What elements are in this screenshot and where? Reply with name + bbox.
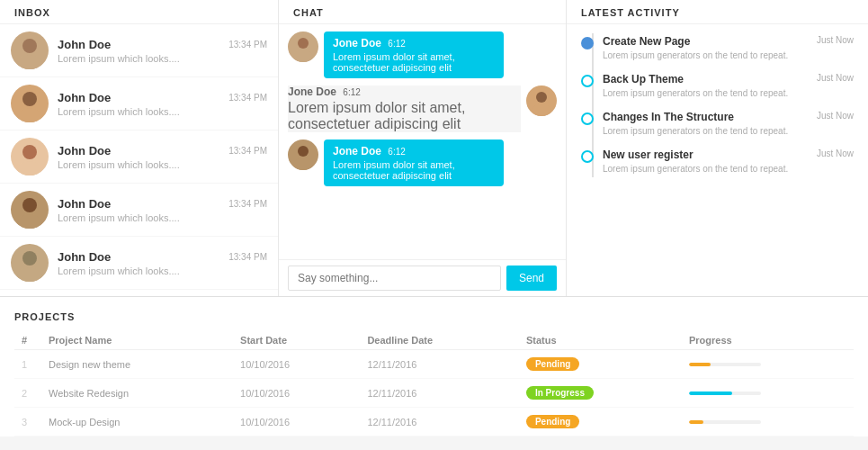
activity-time: Just Now [817, 148, 854, 161]
table-row: 1 Design new theme 10/10/2016 12/11/2016… [14, 350, 854, 379]
svg-point-0 [22, 39, 37, 53]
inbox-time: 13:34 PM [228, 146, 267, 156]
svg-point-2 [22, 92, 37, 106]
table-row: 2 Website Redesign 10/10/2016 12/11/2016… [14, 379, 854, 408]
svg-point-4 [22, 145, 37, 159]
projects-section: PROJECTS # Project Name Start Date Deadl… [0, 297, 868, 436]
status-badge: Pending [526, 415, 579, 428]
chat-input-row: Send [279, 259, 566, 296]
status-badge: In Progress [526, 386, 594, 400]
row-status: Pending [519, 408, 682, 436]
inbox-item[interactable]: John Doe 13:34 PM Lorem ipsum which look… [0, 237, 278, 290]
status-badge: Pending [526, 357, 579, 371]
row-deadline-date: 12/11/2016 [360, 350, 519, 379]
activity-desc: Lorem ipsum generators on the tend to re… [603, 163, 854, 176]
activity-desc: Lorem ipsum generators on the tend to re… [603, 50, 854, 62]
progress-bar-container [689, 392, 761, 395]
chat-bubble: Jone Doe 6:12 Lorem ipsum dolor sit amet… [324, 32, 504, 78]
activity-header: LATEST ACTIVITY [567, 0, 868, 24]
progress-bar [689, 363, 711, 366]
inbox-item[interactable]: John Doe 13:34 PM Lorem ipsum which look… [0, 184, 278, 237]
chat-message-sent: Jone Doe 6:12 Lorem ipsum dolor sit amet… [288, 140, 557, 186]
activity-desc: Lorem ipsum generators on the tend to re… [603, 87, 854, 100]
svg-point-15 [293, 158, 313, 170]
row-num: 2 [14, 379, 41, 408]
inbox-content: John Doe 13:34 PM Lorem ipsum which look… [58, 250, 267, 276]
progress-bar [689, 392, 732, 395]
activity-item: Back Up Theme Just Now Lorem ipsum gener… [581, 68, 854, 105]
inbox-name: John Doe [58, 38, 111, 51]
row-start-date: 10/10/2016 [233, 379, 360, 408]
send-button[interactable]: Send [506, 266, 557, 291]
svg-point-14 [298, 146, 309, 157]
avatar [11, 138, 49, 176]
row-start-date: 10/10/2016 [233, 350, 360, 379]
chat-avatar [288, 140, 318, 170]
chat-sender: Jone Doe 6:12 [333, 37, 495, 50]
activity-dot [581, 112, 594, 125]
activity-title: Back Up Theme [603, 73, 684, 86]
row-num: 1 [14, 350, 41, 379]
inbox-name: John Doe [58, 197, 111, 211]
activity-item: New user register Just Now Lorem ipsum g… [581, 143, 854, 181]
chat-avatar [288, 32, 318, 62]
projects-table: # Project Name Start Date Deadline Date … [14, 331, 854, 436]
inbox-time: 13:34 PM [228, 40, 267, 50]
svg-point-6 [22, 198, 37, 212]
activity-title: Create New Page [603, 35, 690, 48]
inbox-content: John Doe 13:34 PM Lorem ipsum which look… [58, 197, 267, 223]
activity-title: Changes In The Structure [603, 111, 734, 123]
chat-panel: CHAT Jone Doe 6:12 Lorem ipsum dolor sit… [279, 0, 567, 296]
svg-point-7 [17, 214, 42, 229]
activity-content: Back Up Theme Just Now Lorem ipsum gener… [603, 73, 854, 100]
chat-input[interactable] [288, 266, 501, 291]
chat-message-received: Jone Doe 6:12 Lorem ipsum dolor sit amet… [288, 86, 557, 132]
row-start-date: 10/10/2016 [233, 408, 360, 436]
svg-point-10 [298, 38, 309, 49]
row-status: In Progress [519, 379, 682, 408]
progress-bar-container [689, 363, 761, 366]
svg-point-13 [532, 104, 551, 116]
avatar [11, 244, 49, 282]
activity-content: Changes In The Structure Just Now Lorem … [603, 111, 854, 138]
chat-header: CHAT [279, 0, 566, 24]
inbox-item[interactable]: John Doe 13:34 PM Lorem ipsum which look… [0, 77, 278, 130]
inbox-preview: Lorem ipsum which looks.... [58, 266, 267, 276]
chat-messages: Jone Doe 6:12 Lorem ipsum dolor sit amet… [279, 24, 566, 259]
svg-point-5 [17, 161, 42, 176]
inbox-header: INBOX [0, 0, 278, 24]
chat-time: 6:12 [343, 87, 360, 97]
avatar [11, 85, 49, 122]
inbox-preview: Lorem ipsum which looks.... [58, 53, 267, 64]
chat-sender: Jone Doe 6:12 [288, 86, 521, 98]
activity-item: Changes In The Structure Just Now Lorem … [581, 105, 854, 143]
svg-point-9 [17, 267, 42, 282]
col-header-status: Status [519, 331, 682, 350]
activity-time: Just Now [817, 73, 854, 86]
inbox-item[interactable]: John Doe 13:34 PM Lorem ipsum which look… [0, 130, 278, 184]
inbox-content: John Doe 13:34 PM Lorem ipsum which look… [58, 91, 267, 117]
chat-sender: Jone Doe 6:12 [333, 145, 495, 158]
activity-content: New user register Just Now Lorem ipsum g… [603, 148, 854, 176]
avatar [11, 32, 49, 69]
inbox-preview: Lorem ipsum which looks.... [58, 106, 267, 117]
col-header-num: # [14, 331, 41, 350]
inbox-content: John Doe 13:34 PM Lorem ipsum which look… [58, 38, 267, 64]
activity-list: Create New Page Just Now Lorem ipsum gen… [567, 24, 868, 186]
inbox-item[interactable]: John Doe 13:34 PM Lorem ipsum which look… [0, 24, 278, 77]
row-deadline-date: 12/11/2016 [360, 379, 519, 408]
inbox-panel: INBOX John Doe 13:34 PM Lorem ipsum whic… [0, 0, 279, 296]
activity-item: Create New Page Just Now Lorem ipsum gen… [581, 30, 854, 68]
activity-dot [581, 150, 594, 163]
row-num: 3 [14, 408, 41, 436]
row-status: Pending [519, 350, 682, 379]
col-header-start: Start Date [233, 331, 360, 350]
progress-bar [689, 420, 703, 424]
inbox-time: 13:34 PM [228, 199, 267, 209]
row-project-name: Design new theme [41, 350, 233, 379]
row-deadline-date: 12/11/2016 [360, 408, 519, 436]
activity-dot [581, 75, 594, 87]
chat-time: 6:12 [388, 39, 405, 49]
inbox-name: John Doe [58, 91, 111, 104]
col-header-deadline: Deadline Date [360, 331, 519, 350]
